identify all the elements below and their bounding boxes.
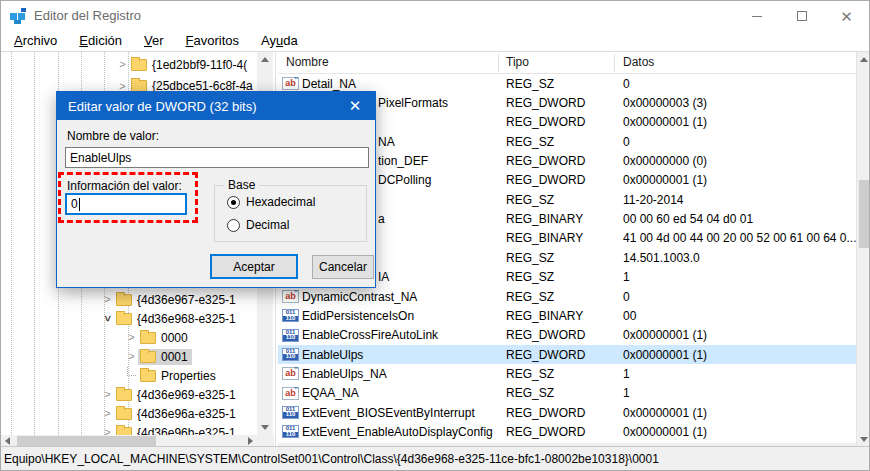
tree-item[interactable]: > {1ed2bbf9-11f0-4( xyxy=(16,54,257,76)
value-data: 11-20-2014 xyxy=(614,193,856,207)
value-type: REG_SZ xyxy=(498,367,614,381)
value-data: 00 xyxy=(614,309,856,323)
menubar: Archivo Edición Ver Favoritos Ayuda xyxy=(1,31,869,51)
base-groupbox: Base Hexadecimal Decimal xyxy=(214,185,367,242)
value-type: REG_DWORD xyxy=(498,96,614,110)
menu-item-archivo[interactable]: Archivo xyxy=(3,31,68,51)
radio-button-icon[interactable] xyxy=(227,196,240,209)
reg-sz-icon: ab xyxy=(282,77,299,90)
vscroll-thumb[interactable] xyxy=(859,180,870,248)
cancel-button[interactable]: Cancelar xyxy=(312,255,374,279)
reg-dword-icon: 011110 xyxy=(282,425,299,438)
tree-item-label: {4d36e967-e325-1 xyxy=(137,293,236,307)
value-data: 1 xyxy=(614,386,856,400)
maximize-button[interactable] xyxy=(779,1,824,31)
ok-button[interactable]: Aceptar xyxy=(210,254,298,279)
value-name-input[interactable]: EnableUlps xyxy=(65,147,369,168)
value-data: 14.501.1003.0 xyxy=(614,251,856,265)
list-row[interactable]: ab EnableUlps_NA REG_SZ 1 xyxy=(278,364,856,383)
window-title: Editor del Registro xyxy=(34,8,141,23)
value-data: 0x00000001 (1) xyxy=(614,328,856,342)
expander-icon[interactable]: > xyxy=(101,294,114,305)
list-row[interactable]: 011110 EdidPersistenceIsOn REG_BINARY 00 xyxy=(278,306,856,325)
list-row[interactable]: ab EQAA_NA REG_SZ 1 xyxy=(278,384,856,403)
tree-item[interactable]: > {4d36e967-e325-1 xyxy=(1,290,257,309)
reg-sz-icon: ab xyxy=(282,367,299,380)
tree-item[interactable]: > Properties xyxy=(1,366,257,385)
radio-decimal[interactable]: Decimal xyxy=(227,218,289,232)
menu-item-edicion[interactable]: Edición xyxy=(68,31,133,51)
value-type: REG_SZ xyxy=(498,77,614,91)
titlebar: Editor del Registro ✕ xyxy=(1,1,869,31)
list-vertical-scrollbar[interactable] xyxy=(856,52,870,447)
close-button[interactable]: ✕ xyxy=(824,1,869,31)
value-name: ExtEvent_EnableAutoDisplayConfig xyxy=(278,425,493,439)
column-separator[interactable] xyxy=(614,54,615,72)
menu-item-favoritos[interactable]: Favoritos xyxy=(175,31,250,51)
scroll-right-icon[interactable] xyxy=(248,437,253,445)
list-row[interactable]: 011110 ExtEvent_EnableAutoDisplayConfig … xyxy=(278,422,856,441)
radio-button-icon[interactable] xyxy=(227,219,240,232)
expander-icon[interactable]: > xyxy=(125,351,138,362)
tree-item[interactable]: > {4d36e96a-e325-1 xyxy=(1,404,257,423)
scroll-down-icon[interactable] xyxy=(860,437,868,442)
dialog-titlebar: Editar valor de DWORD (32 bits) ✕ xyxy=(57,92,375,120)
reg-dword-icon: 011110 xyxy=(282,309,299,322)
scroll-down-icon[interactable] xyxy=(261,425,269,430)
column-header-nombre[interactable]: Nombre xyxy=(286,55,329,69)
menu-item-ayuda[interactable]: Ayuda xyxy=(250,31,309,51)
expander-icon[interactable]: > xyxy=(101,408,114,419)
value-data: 0x00000001 (1) xyxy=(614,348,856,362)
folder-icon xyxy=(116,389,132,401)
value-data-input[interactable]: 0 xyxy=(65,193,187,215)
value-data: 0 xyxy=(614,290,856,304)
tree-item-label: {4d36e96a-e325-1 xyxy=(137,407,236,421)
list-row[interactable]: 011110 EnableCrossFireAutoLink REG_DWORD… xyxy=(278,326,856,345)
expander-icon[interactable]: > xyxy=(101,389,114,400)
value-type: REG_BINARY xyxy=(498,309,614,323)
list-row[interactable]: 011110 ExtEvent_BIOSEventByInterrupt REG… xyxy=(278,403,856,422)
expander-icon[interactable]: > xyxy=(116,59,129,70)
tree-item[interactable]: > 0001 xyxy=(1,347,257,366)
leaf-connector xyxy=(127,367,136,376)
tree-item[interactable]: > {4d36e969-e325-1 xyxy=(1,385,257,404)
expander-icon[interactable]: > xyxy=(125,332,138,343)
expander-icon[interactable]: > xyxy=(102,312,113,325)
scroll-up-icon[interactable] xyxy=(860,57,868,62)
tree-item[interactable]: > {4d36e968-e325-1 xyxy=(1,309,257,328)
value-type: REG_SZ xyxy=(498,193,614,207)
minimize-button[interactable] xyxy=(734,1,779,31)
scroll-left-icon[interactable] xyxy=(5,437,10,445)
value-type: REG_SZ xyxy=(498,290,614,304)
value-type: REG_BINARY xyxy=(498,212,614,226)
tree-item-label: 0001 xyxy=(161,350,188,364)
tree-item-label: 0000 xyxy=(161,331,188,345)
value-data: 41 00 4d 00 44 00 20 00 52 00 61 00 64 0… xyxy=(614,231,856,245)
reg-sz-icon: ab xyxy=(282,290,299,303)
folder-icon xyxy=(131,59,147,71)
value-type: REG_DWORD xyxy=(498,328,614,342)
value-data: 0x00000003 (3) xyxy=(614,96,856,110)
tree-item-label: {1ed2bbf9-11f0-4( xyxy=(152,58,247,72)
menu-item-ver[interactable]: Ver xyxy=(133,31,175,51)
minimize-icon xyxy=(752,16,762,17)
radio-hexadecimal[interactable]: Hexadecimal xyxy=(227,195,315,209)
scroll-up-icon[interactable] xyxy=(261,57,269,62)
list-row[interactable]: 011110 EnableUlps REG_DWORD 0x00000001 (… xyxy=(278,345,856,364)
tree-items-bottom: > {4d36e967-e325-1 > {4d36e968-e325-1 > … xyxy=(1,290,257,442)
dialog-close-button[interactable]: ✕ xyxy=(335,92,375,120)
value-type: REG_SZ xyxy=(498,270,614,284)
value-data: 00 00 60 ed 54 04 d0 01 xyxy=(614,212,856,226)
column-header-datos[interactable]: Datos xyxy=(623,55,654,69)
value-data: 0 xyxy=(614,135,856,149)
folder-icon xyxy=(140,332,156,344)
tree-item[interactable]: > 0000 xyxy=(1,328,257,347)
list-row[interactable]: ab DynamicContrast_NA REG_SZ 0 xyxy=(278,287,856,306)
folder-icon xyxy=(116,294,132,306)
column-header-tipo[interactable]: Tipo xyxy=(506,55,529,69)
statusbar: Equipo\HKEY_LOCAL_MACHINE\SYSTEM\Control… xyxy=(1,446,869,471)
value-data: 0x00000001 (1) xyxy=(614,425,856,439)
column-separator[interactable] xyxy=(498,54,499,72)
hscroll-thumb[interactable] xyxy=(17,436,156,446)
value-name: EnableCrossFireAutoLink xyxy=(278,328,438,342)
